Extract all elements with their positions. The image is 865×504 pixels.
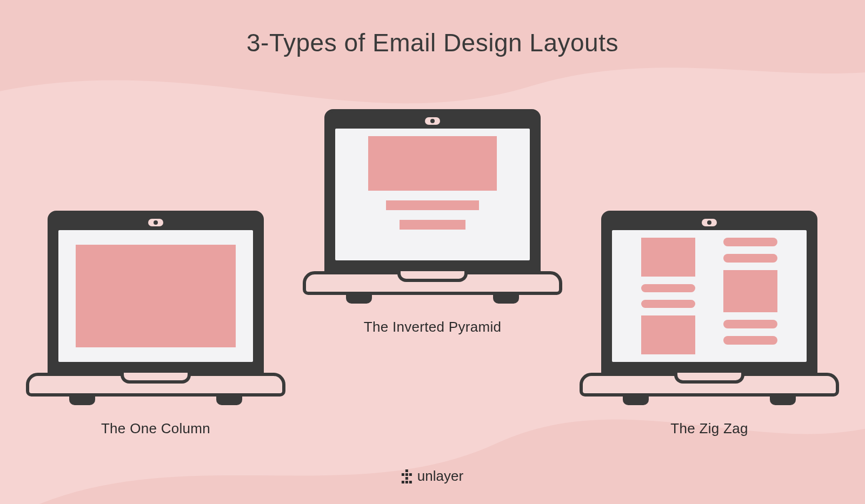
brand-name: unlayer: [417, 468, 463, 485]
zigzag-content: [612, 230, 807, 362]
layout-zig-zag: The Zig Zag: [580, 211, 839, 437]
camera-icon: [425, 117, 440, 125]
one-column-block: [76, 245, 235, 347]
layout-one-column: The One Column: [26, 211, 285, 437]
laptop-illustration: [303, 109, 562, 314]
laptop-illustration: [580, 211, 839, 416]
layout-inverted-pyramid: The Inverted Pyramid: [303, 109, 562, 335]
caption-inverted-pyramid: The Inverted Pyramid: [364, 319, 502, 335]
caption-zig-zag: The Zig Zag: [670, 420, 748, 437]
unlayer-logo-icon: [402, 469, 412, 483]
pyramid-content: [335, 129, 530, 260]
camera-icon: [148, 219, 163, 226]
diagram-title: 3-Types of Email Design Layouts: [247, 28, 618, 57]
camera-icon: [702, 219, 717, 226]
caption-one-column: The One Column: [101, 420, 210, 437]
laptop-illustration: [26, 211, 285, 416]
brand-footer: unlayer: [402, 468, 463, 485]
